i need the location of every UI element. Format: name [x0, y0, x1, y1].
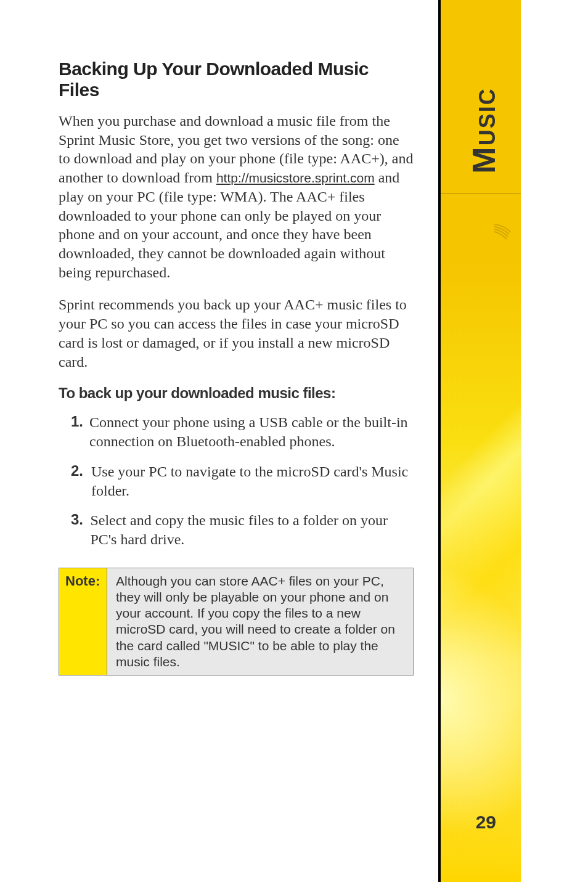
list-item: 1. Connect your phone using a USB cable …	[59, 413, 414, 451]
step-number: 3.	[59, 511, 90, 549]
section-tab: Music	[441, 49, 521, 194]
list-item: 2. Use your PC to navigate to the microS…	[59, 462, 414, 500]
intro-paragraph-2: Sprint recommends you back up your AAC+ …	[59, 295, 414, 371]
list-item: 3. Select and copy the music files to a …	[59, 511, 414, 549]
note-box: Note: Although you can store AAC+ files …	[59, 568, 414, 676]
side-panel: Music 29	[441, 0, 521, 882]
sprint-logo-icon	[493, 222, 512, 240]
page-content: Backing Up Your Downloaded Music Files W…	[0, 0, 441, 882]
steps-list: 1. Connect your phone using a USB cable …	[59, 413, 414, 549]
steps-subheading: To back up your downloaded music files:	[59, 385, 414, 402]
note-text: Although you can store AAC+ files on you…	[107, 568, 413, 676]
step-text: Use your PC to navigate to the microSD c…	[91, 462, 414, 500]
step-text: Connect your phone using a USB cable or …	[89, 413, 414, 451]
music-store-link[interactable]: http://musicstore.sprint.com	[216, 171, 375, 185]
step-number: 1.	[59, 413, 89, 451]
step-text: Select and copy the music files to a fol…	[90, 511, 414, 549]
note-label: Note:	[59, 568, 107, 676]
text-span: and play on your PC (file type: WMA). Th…	[59, 169, 399, 280]
step-number: 2.	[59, 462, 91, 500]
intro-paragraph-1: When you purchase and download a music f…	[59, 112, 414, 282]
section-heading: Backing Up Your Downloaded Music Files	[59, 59, 414, 100]
section-tab-label: Music	[465, 69, 502, 192]
page-number: 29	[476, 812, 496, 833]
